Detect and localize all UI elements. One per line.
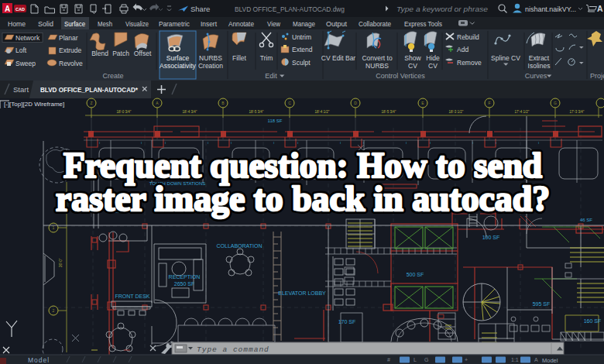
svg-text:Visualize: Visualize: [125, 19, 149, 28]
svg-text:46 SF: 46 SF: [580, 218, 592, 222]
svg-text:I: I: [231, 141, 232, 145]
svg-text:[-][Top][2D Wireframe]: [-][Top][2D Wireframe]: [4, 101, 64, 108]
svg-text:Extract: Extract: [529, 54, 550, 62]
svg-text:Parametric: Parametric: [159, 19, 190, 28]
svg-text:Fillet: Fillet: [232, 54, 247, 62]
svg-text:FRONT DESK: FRONT DESK: [115, 294, 150, 299]
svg-text:Rebuild: Rebuild: [457, 33, 479, 41]
svg-text:I: I: [538, 141, 539, 145]
svg-text:170 SF: 170 SF: [338, 319, 356, 325]
svg-text:raster image to back in autoca: raster image to back in autocad?: [56, 179, 550, 218]
svg-text:A: A: [597, 4, 603, 13]
svg-text:26'-0": 26'-0": [59, 258, 63, 267]
svg-text:Sculpt: Sculpt: [292, 59, 311, 67]
svg-text:18'-4 1/2": 18'-4 1/2": [315, 110, 330, 114]
svg-text:CV Edit Bar: CV Edit Bar: [321, 54, 356, 62]
svg-text:Creation: Creation: [198, 62, 223, 70]
svg-text:Annotate: Annotate: [228, 19, 254, 28]
svg-text:Remove: Remove: [457, 59, 482, 67]
svg-text:Extrude: Extrude: [59, 46, 82, 54]
svg-text:595 SF: 595 SF: [533, 301, 551, 307]
svg-text:1:1: 1:1: [511, 357, 519, 362]
svg-text:18'-0 3/4": 18'-0 3/4": [117, 110, 132, 114]
svg-text:nishant.naikVY...: nishant.naikVY...: [525, 5, 576, 13]
svg-text:Curves: Curves: [525, 72, 547, 80]
svg-text:100 SF: 100 SF: [482, 235, 500, 240]
svg-text:Control Vertices: Control Vertices: [376, 72, 425, 80]
svg-text:D: D: [354, 101, 357, 105]
svg-text:2650 SF: 2650 SF: [174, 281, 194, 287]
svg-text:Hide: Hide: [426, 54, 440, 62]
svg-text:Share: Share: [190, 5, 210, 13]
svg-text:Mesh: Mesh: [98, 19, 112, 28]
svg-text:+: +: [465, 357, 468, 362]
svg-text:I: I: [208, 141, 208, 145]
svg-text:CV: CV: [428, 62, 438, 70]
svg-text:CV: CV: [408, 62, 417, 70]
svg-text:Proje: Proje: [590, 72, 604, 80]
svg-text:Edit: Edit: [265, 72, 277, 80]
svg-text:118 SF: 118 SF: [268, 118, 283, 123]
svg-text:1: 1: [53, 225, 55, 230]
svg-text:Planar: Planar: [59, 34, 78, 42]
svg-text:Show: Show: [404, 54, 421, 62]
svg-text:160 SF: 160 SF: [584, 318, 602, 324]
svg-text:Create: Create: [102, 72, 123, 80]
svg-text:Sweep: Sweep: [15, 60, 36, 67]
svg-text:Model: Model: [542, 357, 558, 364]
svg-text:RECEPTION: RECEPTION: [169, 274, 201, 280]
svg-text:Type a command: Type a command: [197, 345, 269, 354]
svg-text:Patch: Patch: [112, 50, 129, 57]
svg-text:Start: Start: [13, 85, 29, 94]
svg-text:View: View: [267, 19, 280, 28]
svg-text:I: I: [340, 141, 341, 145]
svg-text:F: F: [488, 101, 490, 105]
svg-text:BLVD OFFICE_PLAN-AUTOCAD.dwg: BLVD OFFICE_PLAN-AUTOCAD.dwg: [235, 5, 345, 13]
svg-text:Convert to: Convert to: [362, 54, 392, 62]
svg-text:Revolve: Revolve: [59, 60, 83, 67]
svg-text:Loft: Loft: [15, 46, 27, 54]
svg-text:I: I: [165, 141, 166, 145]
svg-text:17'-3 3/4": 17'-3 3/4": [570, 110, 585, 114]
svg-text:Express Tools: Express Tools: [404, 19, 442, 28]
svg-text:Z: Z: [90, 101, 92, 105]
svg-text:Surface: Surface: [166, 54, 190, 62]
svg-text:A: A: [5, 5, 10, 13]
svg-text:Isolines: Isolines: [528, 62, 551, 70]
svg-text:I: I: [297, 141, 298, 145]
svg-text:I: I: [99, 141, 100, 145]
svg-text:BLVD OFFICE_PLAN-AUTOCAD*: BLVD OFFICE_PLAN-AUTOCAD*: [40, 86, 138, 94]
svg-text:Output: Output: [326, 19, 347, 28]
svg-text:Trim: Trim: [260, 54, 273, 62]
svg-text:Home: Home: [8, 19, 26, 28]
svg-text:I: I: [273, 141, 274, 145]
svg-text:Offset: Offset: [134, 50, 152, 57]
svg-text:G: G: [424, 357, 428, 362]
svg-text:NURBS: NURBS: [365, 62, 389, 70]
svg-text:500 SF: 500 SF: [407, 272, 424, 277]
svg-text:I: I: [496, 141, 496, 145]
svg-text:Associativity: Associativity: [160, 62, 197, 70]
svg-text:ELEVATOR LOBBY: ELEVATOR LOBBY: [278, 290, 326, 296]
svg-text:Spline CV: Spline CV: [491, 54, 520, 62]
svg-text:Solid: Solid: [38, 19, 53, 28]
svg-text:Surface: Surface: [64, 19, 85, 28]
svg-text:Manage: Manage: [293, 19, 315, 28]
svg-text:Add: Add: [457, 46, 468, 53]
svg-text:18'-5 3/4": 18'-5 3/4": [249, 110, 264, 114]
svg-text:Network: Network: [15, 34, 40, 42]
svg-text:G: G: [554, 101, 557, 105]
svg-text:18'-4 3/4": 18'-4 3/4": [183, 110, 197, 114]
svg-text:Insert: Insert: [201, 19, 217, 28]
svg-text:17'-4 1/2": 17'-4 1/2": [515, 110, 530, 114]
svg-text:A: A: [534, 357, 538, 362]
svg-text:Blend: Blend: [91, 50, 108, 57]
svg-text:Model: Model: [28, 356, 50, 364]
svg-text:COLLABORATION: COLLABORATION: [217, 243, 263, 249]
svg-text:NURBS: NURBS: [199, 54, 222, 62]
svg-text:Collaborate: Collaborate: [359, 19, 391, 28]
svg-text:Extend: Extend: [292, 46, 313, 53]
svg-text:18'-3 1/2": 18'-3 1/2": [449, 110, 464, 114]
svg-text:18'-5 3/4": 18'-5 3/4": [382, 110, 396, 114]
svg-text:I: I: [141, 141, 142, 145]
